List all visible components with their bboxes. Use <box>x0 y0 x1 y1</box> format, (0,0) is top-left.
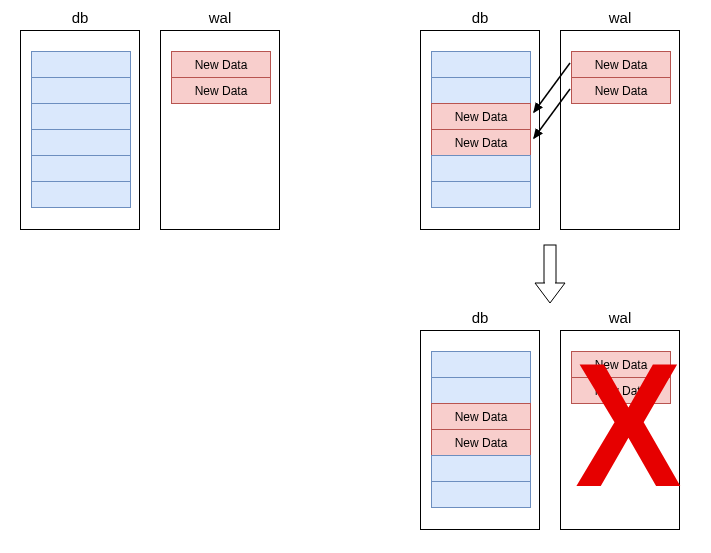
stage2-wal-row: New Data <box>571 51 671 78</box>
stage1-wal-row: New Data <box>171 77 271 104</box>
stage1-db-box: db <box>20 30 140 230</box>
stage1-db-row <box>31 103 131 130</box>
stage3-db-row <box>431 455 531 482</box>
stage2-db-row: New Data <box>431 129 531 156</box>
cross-out-icon: X <box>575 337 682 513</box>
wal-entry-label: New Data <box>195 84 248 98</box>
stage3-db-row <box>431 481 531 508</box>
stage2-db-title: db <box>421 9 539 26</box>
stage1-db-row <box>31 129 131 156</box>
db-entry-label: New Data <box>455 136 508 150</box>
wal-entry-label: New Data <box>595 84 648 98</box>
db-entry-label: New Data <box>455 110 508 124</box>
stage2-wal-title: wal <box>561 9 679 26</box>
stage2-db-box: db New Data New Data <box>420 30 540 230</box>
db-entry-label: New Data <box>455 436 508 450</box>
stage3-db-row <box>431 377 531 404</box>
stage3-db-title: db <box>421 309 539 326</box>
stage1-wal-box: wal New Data New Data <box>160 30 280 230</box>
stage3-db-row: New Data <box>431 429 531 456</box>
svg-rect-2 <box>545 281 555 285</box>
db-entry-label: New Data <box>455 410 508 424</box>
svg-marker-1 <box>535 283 565 303</box>
stage1-db-row <box>31 51 131 78</box>
stage2-db-row <box>431 181 531 208</box>
stage3-db-row <box>431 351 531 378</box>
stage2-db-row <box>431 77 531 104</box>
stage3-db-row: New Data <box>431 403 531 430</box>
stage2-wal-row: New Data <box>571 77 671 104</box>
stage1-db-row <box>31 155 131 182</box>
arrow-stage2-to-stage3 <box>535 245 565 303</box>
stage1-wal-title: wal <box>161 9 279 26</box>
wal-entry-label: New Data <box>195 58 248 72</box>
stage3-wal-title: wal <box>561 309 679 326</box>
stage1-wal-row: New Data <box>171 51 271 78</box>
stage2-wal-box: wal New Data New Data <box>560 30 680 230</box>
stage2-db-row <box>431 51 531 78</box>
svg-rect-0 <box>544 245 556 285</box>
stage2-db-row <box>431 155 531 182</box>
stage1-db-row <box>31 77 131 104</box>
stage1-db-row <box>31 181 131 208</box>
wal-entry-label: New Data <box>595 58 648 72</box>
stage1-db-title: db <box>21 9 139 26</box>
stage2-db-row: New Data <box>431 103 531 130</box>
stage3-db-box: db New Data New Data <box>420 330 540 530</box>
